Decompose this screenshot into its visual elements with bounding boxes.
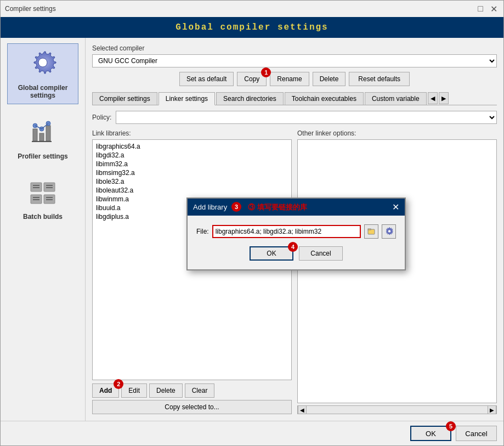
profiler-settings-icon	[26, 117, 59, 150]
svg-point-0	[38, 58, 47, 67]
modal-title-content: Add library 3 ③ 填写要链接的库	[193, 202, 307, 212]
list-actions: Add 2 Edit Delete Clear	[92, 383, 292, 398]
close-button[interactable]: ✕	[488, 3, 499, 14]
svg-rect-10	[33, 187, 39, 188]
badge-5: 5	[446, 421, 456, 431]
minimize-button[interactable]: □	[475, 3, 486, 14]
scroll-left-button[interactable]: ◀	[298, 405, 307, 414]
compiler-select[interactable]: GNU GCC Compiler	[92, 54, 497, 67]
modal-buttons: OK 4 Cancel	[196, 246, 396, 261]
sidebar-item-batch-builds-label: Batch builds	[23, 213, 63, 221]
sidebar-item-batch-builds[interactable]: Batch builds	[7, 173, 78, 225]
copy-selected-row: Copy selected to...	[92, 400, 292, 414]
list-item[interactable]: libimm32.a	[95, 160, 289, 168]
other-linker-label: Other linker options:	[297, 129, 497, 137]
textarea-wrapper	[297, 139, 497, 403]
sidebar-item-global-compiler[interactable]: Global compilersettings	[7, 43, 78, 104]
selected-compiler-label: Selected compiler	[92, 44, 497, 52]
delete-lib-button[interactable]: Delete	[149, 383, 183, 398]
tab-nav-left[interactable]: ◀	[428, 92, 438, 104]
global-compiler-icon	[26, 48, 59, 81]
badge-4: 4	[288, 242, 298, 252]
list-item[interactable]: libgdi32.a	[95, 151, 289, 160]
set-as-default-button[interactable]: Set as default	[179, 72, 234, 86]
other-linker-textarea[interactable]	[297, 139, 497, 403]
list-item[interactable]: libmsimg32.a	[95, 168, 289, 177]
sidebar-item-profiler[interactable]: Profiler settings	[7, 112, 78, 165]
modal-file-input[interactable]	[212, 225, 361, 238]
title-bar-buttons: □ ✕	[475, 3, 499, 14]
tab-search-directories[interactable]: Search directories	[216, 92, 284, 105]
tab-nav-right[interactable]: ▶	[439, 92, 449, 104]
badge-3-modal: 3	[231, 202, 241, 212]
svg-rect-21	[368, 229, 371, 230]
rename-button[interactable]: Rename	[270, 72, 309, 86]
link-libraries-panel: Link libraries: libgraphics64.a libgdi32…	[92, 129, 292, 414]
svg-rect-12	[46, 185, 53, 186]
policy-row: Policy:	[92, 111, 497, 124]
ok-button[interactable]: OK	[410, 426, 451, 441]
batch-builds-icon	[26, 177, 59, 210]
svg-rect-1	[33, 129, 37, 141]
tab-compiler-settings[interactable]: Compiler settings	[92, 92, 157, 105]
sidebar: Global compilersettings Profiler	[1, 38, 86, 421]
modal-file-label: File:	[196, 228, 209, 235]
copy-selected-button[interactable]: Copy selected to...	[92, 400, 292, 414]
svg-rect-16	[33, 199, 39, 200]
list-item[interactable]: libgraphics64.a	[95, 142, 289, 151]
tab-toolchain-executables[interactable]: Toolchain executables	[285, 92, 364, 105]
delete-button[interactable]: Delete	[313, 72, 346, 86]
svg-rect-4	[32, 141, 52, 142]
settings-button[interactable]	[382, 224, 396, 239]
toolbar-buttons: Set as default Copy 1 Rename Delete Rese…	[92, 72, 497, 86]
svg-point-22	[388, 230, 391, 233]
reset-defaults-button[interactable]: Reset defaults	[349, 72, 410, 86]
other-linker-panel: Other linker options: ◀ ▶	[297, 129, 497, 414]
tab-linker-settings[interactable]: Linker settings	[158, 92, 215, 105]
browse-button[interactable]	[364, 224, 378, 239]
modal-title-label: Add library	[193, 203, 227, 211]
link-libraries-label: Link libraries:	[92, 129, 292, 137]
title-bar: Compiler settings □ ✕	[1, 1, 503, 17]
add-library-dialog: Add library 3 ③ 填写要链接的库 ✕ File:	[186, 197, 406, 270]
scroll-track	[307, 406, 488, 414]
sidebar-item-profiler-label: Profiler settings	[18, 153, 67, 160]
panels-middle: Link libraries: libgraphics64.a libgdi32…	[92, 129, 497, 414]
window-title: Compiler settings	[5, 5, 56, 13]
modal-title-bar: Add library 3 ③ 填写要链接的库 ✕	[188, 199, 405, 216]
svg-rect-3	[46, 126, 50, 141]
svg-rect-15	[33, 197, 39, 198]
modal-cancel-button[interactable]: Cancel	[299, 246, 343, 261]
edit-button[interactable]: Edit	[121, 383, 147, 398]
modal-file-row: File:	[196, 224, 396, 239]
svg-rect-13	[46, 187, 53, 188]
horizontal-scrollbar: ◀ ▶	[297, 405, 497, 414]
modal-body: File: OK 4	[188, 216, 405, 269]
list-item[interactable]: liboleaut32.a	[95, 186, 289, 195]
policy-select[interactable]	[116, 111, 497, 124]
list-item[interactable]: libole32.a	[95, 177, 289, 186]
dialog-header: Global compiler settings	[1, 17, 503, 38]
svg-rect-2	[39, 133, 44, 141]
compiler-row: GNU GCC Compiler	[92, 54, 497, 67]
svg-rect-9	[33, 185, 39, 186]
svg-rect-19	[46, 199, 53, 200]
annotation-text: ③ 填写要链接的库	[248, 202, 307, 212]
modal-close-button[interactable]: ✕	[392, 202, 399, 212]
tabs-container: Compiler settings Linker settings Search…	[92, 92, 497, 105]
tab-custom-variable[interactable]: Custom variable	[365, 92, 427, 105]
sidebar-item-global-compiler-label: Global compilersettings	[18, 84, 68, 99]
cancel-button[interactable]: Cancel	[456, 426, 497, 441]
bottom-bar: OK 5 Cancel	[1, 421, 503, 445]
scroll-right-button[interactable]: ▶	[488, 405, 496, 414]
clear-button[interactable]: Clear	[185, 383, 215, 398]
policy-label: Policy:	[92, 114, 111, 121]
modal-ok-button[interactable]: OK	[250, 246, 293, 261]
header-title: Global compiler settings	[175, 22, 328, 32]
modal-container: Add library 3 ③ 填写要链接的库 ✕ File:	[186, 197, 406, 270]
svg-rect-18	[46, 197, 53, 198]
